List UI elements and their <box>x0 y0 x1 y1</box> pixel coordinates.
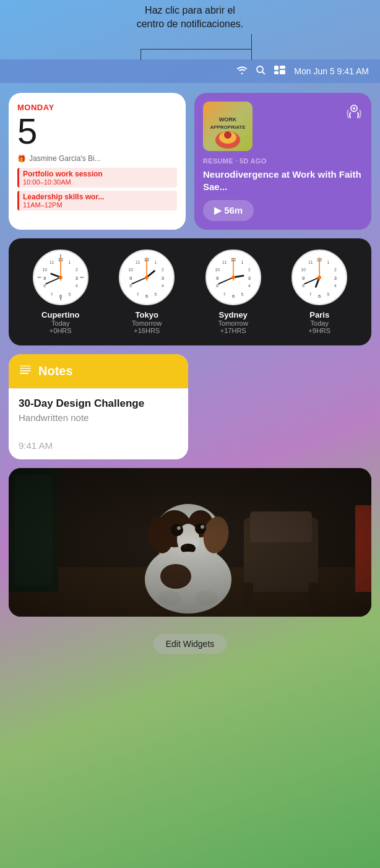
svg-text:1: 1 <box>155 260 157 264</box>
svg-text:WORK: WORK <box>219 116 237 123</box>
svg-rect-86 <box>20 373 28 374</box>
clock-offset-sydney: +17HRS <box>218 327 248 334</box>
clock-offset-paris: +9HRS <box>308 327 330 334</box>
world-clock-widget[interactable]: 12 3 6 9 1 2 4 5 7 8 10 11 <box>9 238 371 345</box>
notes-body: 30-Day Design Challenge Handwritten note… <box>9 388 188 459</box>
clock-face-cupertino: 12 3 6 9 1 2 4 5 7 8 10 11 <box>33 250 89 305</box>
photo-widget[interactable] <box>9 468 371 617</box>
svg-text:4: 4 <box>76 284 78 288</box>
svg-text:1: 1 <box>327 260 330 264</box>
clock-offset-cupertino: +0HRS <box>41 327 79 334</box>
calendar-widget[interactable]: MONDAY 5 🎁 Jasmine Garcia's Bi... Portfo… <box>9 93 186 230</box>
clock-offset-tokyo: +16HRS <box>132 327 162 334</box>
clock-cupertino: 12 3 6 9 1 2 4 5 7 8 10 11 <box>33 250 89 334</box>
svg-text:9: 9 <box>302 276 304 281</box>
widgets-container: MONDAY 5 🎁 Jasmine Garcia's Bi... Portfo… <box>0 83 380 672</box>
svg-text:APPROPRIATE: APPROPRIATE <box>210 124 246 130</box>
svg-rect-85 <box>20 370 31 371</box>
svg-text:3: 3 <box>162 276 164 281</box>
birthday-icon: 🎁 <box>17 155 26 163</box>
top-row: MONDAY 5 🎁 Jasmine Garcia's Bi... Portfo… <box>9 93 371 230</box>
svg-text:11: 11 <box>308 260 313 264</box>
clock-day-cupertino: Today <box>41 319 79 327</box>
podcasts-app-icon <box>345 102 363 123</box>
svg-rect-3 <box>274 71 279 74</box>
notes-note-title: 30-Day Design Challenge <box>19 397 178 410</box>
calendar-event-1[interactable]: Portfolio work session 10:00–10:30AM <box>17 168 177 188</box>
svg-text:8: 8 <box>43 284 46 288</box>
control-center-icon[interactable] <box>274 66 285 77</box>
svg-text:11: 11 <box>136 260 140 264</box>
svg-text:9: 9 <box>129 276 132 281</box>
clock-paris: 12 3 6 9 1 2 4 5 7 8 10 11 <box>291 250 347 334</box>
svg-text:2: 2 <box>334 267 337 272</box>
svg-text:1: 1 <box>241 260 243 264</box>
svg-rect-2 <box>274 66 279 70</box>
notes-stack-icon <box>19 363 32 380</box>
calendar-birthday: 🎁 Jasmine Garcia's Bi... <box>17 154 177 163</box>
svg-text:1: 1 <box>68 260 71 264</box>
svg-text:5: 5 <box>155 292 157 297</box>
clock-city-paris: Paris <box>308 310 330 319</box>
svg-text:8: 8 <box>216 284 218 288</box>
clock-row: 12 3 6 9 1 2 4 5 7 8 10 11 <box>17 250 363 334</box>
svg-text:6: 6 <box>318 293 321 299</box>
svg-text:2: 2 <box>162 267 164 272</box>
event1-time: 10:00–10:30AM <box>23 178 173 186</box>
svg-text:2: 2 <box>248 267 251 272</box>
podcast-play-button[interactable]: ▶ 56m <box>203 200 254 221</box>
svg-text:8: 8 <box>130 284 132 288</box>
podcast-widget[interactable]: WORK APPROPRIATE RESUME · 5D AGO Ne <box>194 93 371 230</box>
clock-tokyo: 12 3 6 9 1 2 4 5 7 8 10 11 <box>119 250 175 334</box>
svg-line-64 <box>218 277 233 284</box>
notification-center-tooltip: Haz clic para abrir el centro de notific… <box>0 0 380 60</box>
svg-text:11: 11 <box>222 260 227 264</box>
podcast-artwork: WORK APPROPRIATE <box>203 102 253 151</box>
svg-line-1 <box>262 72 265 74</box>
svg-rect-114 <box>9 468 371 617</box>
clock-face-sydney: 12 3 6 9 1 2 4 5 7 8 10 11 <box>205 250 261 305</box>
svg-rect-84 <box>20 368 31 369</box>
menu-bar-datetime: Mon Jun 5 9:41 AM <box>294 66 369 76</box>
menu-bar-icons: Mon Jun 5 9:41 AM <box>236 66 369 77</box>
calendar-event-2[interactable]: Leadership skills wor... 11AM–12PM <box>17 191 177 210</box>
podcast-meta: RESUME · 5D AGO <box>203 157 363 165</box>
svg-text:5: 5 <box>241 292 243 297</box>
svg-text:10: 10 <box>129 267 134 272</box>
svg-text:3: 3 <box>248 276 250 281</box>
clock-sydney: 12 3 6 9 1 2 4 5 7 8 10 11 <box>205 250 261 334</box>
svg-text:3: 3 <box>334 276 337 281</box>
svg-line-32 <box>46 277 61 284</box>
notes-widget[interactable]: Notes 30-Day Design Challenge Handwritte… <box>9 354 188 459</box>
tooltip-bracket <box>140 49 252 60</box>
svg-text:6: 6 <box>145 293 148 299</box>
menu-bar: Mon Jun 5 9:41 AM <box>0 59 380 83</box>
svg-text:9: 9 <box>43 276 46 281</box>
edit-widgets-button[interactable]: Edit Widgets <box>153 634 227 654</box>
podcast-title: Neurodivergence at Work with Faith Sae..… <box>203 168 363 193</box>
event1-title: Portfolio work session <box>23 170 173 178</box>
svg-text:5: 5 <box>327 292 330 297</box>
calendar-date-number: 5 <box>17 113 177 149</box>
svg-text:6: 6 <box>59 293 62 299</box>
svg-text:7: 7 <box>309 292 312 297</box>
svg-text:8: 8 <box>303 284 305 288</box>
svg-text:9: 9 <box>216 276 218 281</box>
svg-point-7 <box>353 107 355 110</box>
birthday-text: Jasmine Garcia's Bi... <box>29 154 101 163</box>
wifi-icon[interactable] <box>236 66 248 77</box>
notes-header-title: Notes <box>38 364 73 378</box>
clock-city-cupertino: Cupertino <box>41 310 79 319</box>
svg-rect-4 <box>280 66 285 69</box>
svg-rect-83 <box>20 365 31 367</box>
svg-text:7: 7 <box>51 292 53 297</box>
search-icon[interactable] <box>256 66 266 77</box>
svg-point-0 <box>257 66 263 72</box>
svg-text:2: 2 <box>76 267 78 272</box>
clock-face-paris: 12 3 6 9 1 2 4 5 7 8 10 11 <box>291 250 347 305</box>
tooltip-line2: centro de notificaciones. <box>137 19 244 29</box>
svg-point-66 <box>231 276 235 279</box>
notes-time: 9:41 AM <box>19 440 178 451</box>
svg-point-50 <box>145 276 149 279</box>
svg-text:7: 7 <box>223 292 226 297</box>
